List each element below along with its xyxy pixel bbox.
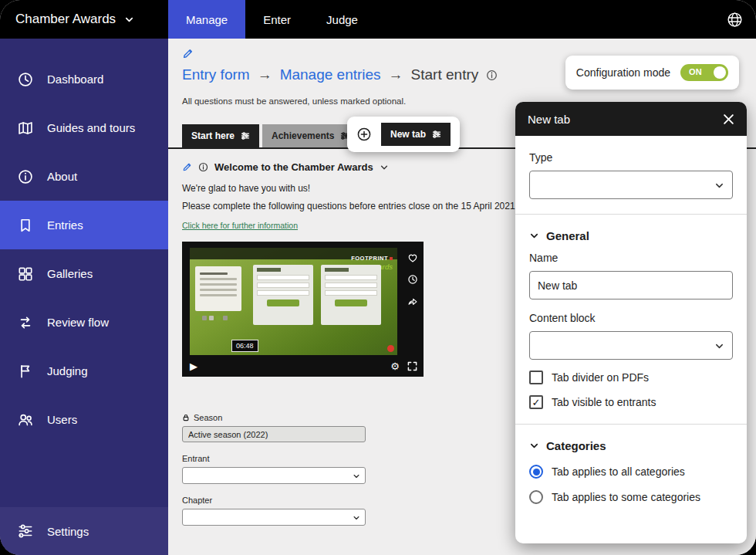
configuration-mode-card: Configuration mode ON (565, 56, 739, 90)
radio-label: Tab applies to all categories (552, 465, 685, 478)
map-icon (17, 120, 34, 137)
sidebar-item-users[interactable]: Users (0, 395, 168, 444)
configuration-mode-toggle[interactable]: ON (680, 64, 728, 81)
share-icon[interactable] (407, 296, 418, 306)
close-icon[interactable] (723, 113, 734, 125)
new-tab-panel: New tab Type General Name (515, 102, 747, 543)
radio-unselected (529, 490, 543, 504)
sidebar-item-dashboard[interactable]: Dashboard (0, 55, 168, 103)
sidebar-item-guides-and-tours[interactable]: Guides and tours (0, 103, 168, 152)
video-settings-icon[interactable]: ⚙ (390, 361, 400, 371)
radio-tab-applies-some-categories[interactable]: Tab applies to some categories (529, 490, 733, 504)
video-mock-card (195, 266, 241, 311)
tab-start-here[interactable]: Start here (182, 124, 259, 147)
chevron-down-icon (714, 181, 724, 191)
tab-label: Start here (191, 130, 235, 141)
app-window: Chamber Awards Manage Enter Judge Dashbo… (0, 0, 756, 555)
video-mock-form (253, 265, 313, 325)
further-information-link[interactable]: Click here for further information (182, 221, 298, 230)
categories-section-header[interactable]: Categories (529, 439, 733, 452)
sidebar-item-label: Galleries (47, 267, 93, 280)
sidebar-item-settings[interactable]: Settings (0, 507, 168, 555)
sidebar-item-label: Judging (47, 364, 88, 377)
radio-selected (529, 465, 543, 479)
checkbox-tab-divider-on-pdfs[interactable]: Tab divider on PDFs (529, 371, 733, 384)
add-tab-icon[interactable] (356, 127, 372, 142)
sidebar-item-label: Entries (47, 218, 83, 232)
type-select[interactable] (529, 171, 733, 199)
content-block-select[interactable] (529, 331, 733, 360)
watch-later-icon[interactable] (407, 274, 418, 285)
configuration-mode-label: Configuration mode (576, 66, 670, 79)
play-button-icon[interactable]: ▶ (190, 361, 197, 371)
sidebar: Dashboard Guides and tours About Entries… (0, 39, 168, 555)
video-timestamp: 06:48 (231, 340, 258, 352)
name-label: Name (529, 252, 733, 264)
type-label: Type (529, 151, 733, 164)
checkbox-checked: ✓ (529, 395, 543, 409)
chevron-down-icon[interactable] (380, 163, 389, 172)
breadcrumb-link-entry-form[interactable]: Entry form (182, 66, 250, 83)
sidebar-item-label: Users (47, 413, 77, 426)
tab-new-tab[interactable]: New tab (381, 123, 451, 146)
radio-tab-applies-all-categories[interactable]: Tab applies to all categories (529, 465, 733, 479)
bookmark-icon (17, 217, 34, 234)
video-player[interactable]: FOOTPRINT awards (182, 242, 424, 377)
entry-form-fields: Season Entrant Chapter (182, 413, 366, 526)
sidebar-item-label: Settings (47, 525, 89, 538)
radio-label: Tab applies to some categories (552, 491, 700, 503)
season-label: Season (182, 413, 366, 422)
chevron-down-icon (529, 441, 539, 451)
top-tab-judge[interactable]: Judge (309, 0, 376, 39)
checkbox-label: Tab visible to entrants (552, 396, 656, 408)
globe-icon[interactable] (726, 11, 744, 29)
general-section-header[interactable]: General (529, 229, 733, 242)
panel-title: New tab (528, 113, 570, 126)
top-tab-enter[interactable]: Enter (245, 0, 309, 39)
tab-achievements[interactable]: Achievements (262, 124, 359, 147)
fullscreen-icon[interactable] (407, 361, 417, 371)
top-tab-manage[interactable]: Manage (168, 0, 245, 39)
sidebar-item-galleries[interactable]: Galleries (0, 249, 168, 298)
section-title: Welcome to the Chamber Awards (214, 161, 373, 173)
chevron-down-icon (124, 15, 134, 25)
tab-settings-icon (241, 131, 250, 140)
flow-arrows-icon (17, 314, 34, 331)
edit-pencil-icon[interactable] (182, 48, 194, 59)
info-icon[interactable] (486, 69, 498, 81)
sidebar-item-about[interactable]: About (0, 152, 168, 201)
top-nav: Manage Enter Judge (168, 0, 376, 39)
heart-icon[interactable] (407, 252, 418, 263)
info-icon[interactable] (198, 162, 208, 172)
video-side-actions (407, 252, 418, 306)
entrant-select[interactable] (182, 467, 366, 484)
edit-pencil-icon[interactable] (182, 162, 192, 172)
chevron-down-icon (353, 514, 360, 522)
sidebar-item-judging[interactable]: Judging (0, 347, 168, 395)
video-thumbnail: FOOTPRINT awards (190, 248, 397, 355)
workspace-switcher[interactable]: Chamber Awards (0, 0, 168, 39)
field-season: Season (182, 413, 366, 442)
sidebar-item-entries[interactable]: Entries (0, 201, 168, 249)
breadcrumb-link-manage-entries[interactable]: Manage entries (280, 66, 381, 83)
checkbox-tab-visible-to-entrants[interactable]: ✓ Tab visible to entrants (529, 395, 733, 409)
chapter-label: Chapter (182, 496, 366, 505)
field-label-text: Chapter (182, 496, 212, 505)
topbar-right (726, 0, 756, 39)
field-label-text: Entrant (182, 454, 209, 463)
sidebar-item-label: About (47, 170, 77, 183)
sidebar-item-review-flow[interactable]: Review flow (0, 298, 168, 347)
top-bar: Chamber Awards Manage Enter Judge (0, 0, 756, 39)
breadcrumb-arrow: → (258, 66, 272, 83)
video-brand-mark (390, 257, 393, 260)
video-mock-social-icons (195, 316, 228, 320)
content-block-label: Content block (529, 312, 733, 324)
checkbox-label: Tab divider on PDFs (552, 371, 649, 384)
chapter-select[interactable] (182, 509, 366, 526)
flag-icon (17, 363, 34, 380)
entrant-label: Entrant (182, 454, 366, 463)
name-input[interactable] (529, 271, 733, 299)
season-input[interactable] (182, 426, 366, 442)
chevron-down-icon (529, 231, 539, 241)
field-entrant: Entrant (182, 454, 366, 484)
